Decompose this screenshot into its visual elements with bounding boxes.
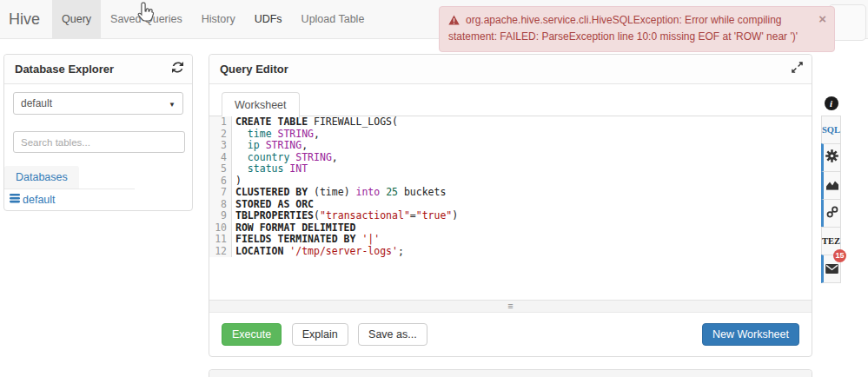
nav-tab-query[interactable]: Query [52,0,101,38]
tez-label: TEZ [822,236,840,246]
explain-button[interactable]: Explain [292,323,348,346]
code-line: 8STORED AS ORC [209,199,812,211]
info-icon: i [825,96,838,110]
execute-button[interactable]: Execute [222,323,282,346]
tab-databases[interactable]: Databases [4,166,79,188]
nav-tab-history[interactable]: History [192,0,245,38]
database-explorer-title: Database Explorer [15,63,114,76]
database-item-label: default [23,194,56,206]
results-panel-header [209,370,812,377]
new-worksheet-button[interactable]: New Worksheet [702,323,799,346]
navbar-tabs: Query Saved Queries History UDFs Upload … [52,0,374,38]
editor-footer: Execute Explain Save as... New Worksheet [209,313,812,356]
database-select-dropdown[interactable]: default ▼ [13,92,183,115]
nav-tab-udfs[interactable]: UDFs [245,0,292,38]
warning-triangle-icon [448,16,460,28]
chevron-down-icon: ▼ [169,101,176,109]
code-line: 7CLUSTERED BY (time) into 25 buckets [209,187,812,199]
envelope-icon [825,261,838,277]
link-chain-icon [826,206,838,222]
right-function-dock: i SQL [821,89,841,283]
info-dock-button[interactable]: i [821,89,841,116]
code-line: 6) [209,175,812,188]
query-editor-panel: Query Editor Worksheet 1CREATE TABLE FIR… [209,54,812,357]
code-line: 11FIELDS TERMINATED BY '|' [209,234,812,246]
search-tables-input[interactable] [13,131,185,153]
code-line: 2 time STRING, [209,129,812,141]
nav-tab-upload-table[interactable]: Upload Table [292,0,374,38]
query-editor-title: Query Editor [220,63,288,76]
code-line: 5 status INT [209,163,812,175]
refresh-icon[interactable] [172,62,183,75]
database-tabs: Databases [4,166,135,189]
notification-badge: 15 [833,249,846,262]
results-panel-edge [209,369,812,377]
code-line: 4 country STRING, [209,152,812,164]
settings-dock-button[interactable] [821,143,841,172]
expand-icon[interactable] [792,62,803,75]
sql-code-editor[interactable]: 1CREATE TABLE FIREWALL_LOGS(2 time STRIN… [209,116,812,300]
code-line: 12LOCATION '/tmp/server-logs'; [209,246,812,258]
editor-resize-handle[interactable]: ≡ [209,300,812,313]
database-stack-icon [10,194,20,206]
gear-icon [825,149,838,166]
worksheet-tabbar: Worksheet [209,91,812,116]
code-line: 9TBLPROPERTIES("transactional"="true") [209,210,812,222]
database-explorer-panel: Database Explorer default ▼ Databases de… [3,54,193,211]
visualization-dock-button[interactable] [821,171,841,200]
query-editor-header: Query Editor [209,55,812,84]
code-line: 3 ip STRING, [209,140,812,152]
code-line: 1CREATE TABLE FIREWALL_LOGS( [209,116,812,129]
sql-label: SQL [822,125,840,135]
database-item-default[interactable]: default [10,194,192,206]
alert-close-icon[interactable]: × [818,12,826,25]
messages-dock-button[interactable]: 15 [821,255,841,283]
hive-brand[interactable]: Hive [0,0,52,38]
link-dock-button[interactable] [821,199,841,228]
save-as-button[interactable]: Save as... [358,323,427,346]
area-chart-icon [825,178,839,194]
error-alert: org.apache.hive.service.cli.HiveSQLExcep… [439,6,835,52]
sql-dock-button[interactable]: SQL [821,116,841,144]
nav-tab-saved-queries[interactable]: Saved Queries [101,0,192,38]
database-select-value: default [21,97,52,109]
tab-worksheet[interactable]: Worksheet [222,92,300,119]
database-explorer-header: Database Explorer [4,55,192,84]
error-message: org.apache.hive.service.cli.HiveSQLExcep… [448,14,798,43]
code-line: 10ROW FORMAT DELIMITED [209,222,812,235]
